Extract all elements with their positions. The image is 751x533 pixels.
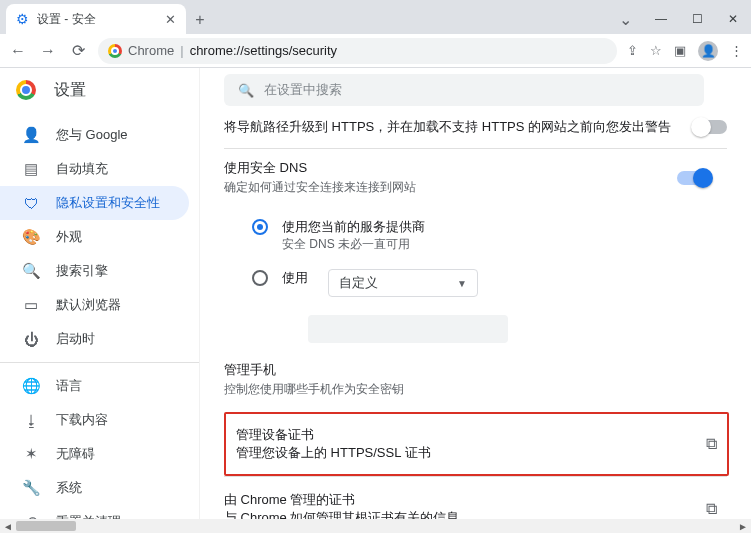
chevron-down-icon: ▼ bbox=[457, 278, 467, 289]
window-titlebar: ⚙ 设置 - 安全 ✕ + ⌄ — ☐ ✕ bbox=[0, 0, 751, 34]
search-icon: 🔍 bbox=[22, 262, 40, 280]
radio-custom-provider[interactable]: 使用 自定义 ▼ bbox=[252, 261, 727, 305]
browser-tab[interactable]: ⚙ 设置 - 安全 ✕ bbox=[6, 4, 186, 34]
back-button[interactable]: ← bbox=[8, 42, 28, 60]
dns-custom-input[interactable] bbox=[308, 315, 508, 343]
external-link-icon: ⧉ bbox=[706, 435, 717, 453]
star-icon[interactable]: ☆ bbox=[650, 43, 662, 58]
sidebar-item-search-engine[interactable]: 🔍搜索引擎 bbox=[0, 254, 199, 288]
scroll-right-icon[interactable]: ► bbox=[735, 519, 751, 533]
download-icon: ⭳ bbox=[22, 412, 40, 429]
https-first-description: 将导航路径升级到 HTTPS，并在加载不支持 HTTPS 的网站之前向您发出警告 bbox=[224, 118, 671, 136]
sidebar-item-accessibility[interactable]: ✶无障碍 bbox=[0, 437, 199, 471]
person-icon: 👤 bbox=[22, 126, 40, 144]
globe-icon: 🌐 bbox=[22, 377, 40, 395]
secure-dns-sub: 确定如何通过安全连接来连接到网站 bbox=[224, 179, 416, 196]
sidebar-item-on-startup[interactable]: ⏻启动时 bbox=[0, 322, 199, 356]
settings-main: 将导航路径升级到 HTTPS，并在加载不支持 HTTPS 的网站之前向您发出警告… bbox=[200, 68, 751, 533]
chrome-logo-icon bbox=[16, 80, 36, 100]
autofill-icon: ▤ bbox=[22, 160, 40, 178]
extensions-icon[interactable]: ▣ bbox=[674, 43, 686, 58]
shield-icon: 🛡 bbox=[22, 195, 40, 212]
tab-title: 设置 - 安全 bbox=[37, 11, 157, 28]
palette-icon: 🎨 bbox=[22, 228, 40, 246]
manage-phones-row: 管理手机 控制您使用哪些手机作为安全密钥 bbox=[224, 351, 727, 412]
maximize-button[interactable]: ☐ bbox=[679, 4, 715, 34]
https-first-row: 将导航路径升级到 HTTPS，并在加载不支持 HTTPS 的网站之前向您发出警告 bbox=[224, 118, 727, 148]
radio-current-provider[interactable]: 使用您当前的服务提供商 安全 DNS 未必一直可用 bbox=[252, 210, 727, 261]
avatar[interactable]: 👤 bbox=[698, 41, 718, 61]
scroll-left-icon[interactable]: ◄ bbox=[0, 519, 16, 533]
sidebar-item-you-and-google[interactable]: 👤您与 Google bbox=[0, 118, 199, 152]
reload-button[interactable]: ⟳ bbox=[68, 41, 88, 60]
secure-dns-toggle[interactable] bbox=[677, 171, 711, 185]
sidebar-item-default-browser[interactable]: ▭默认浏览器 bbox=[0, 288, 199, 322]
browser-toolbar: ← → ⟳ Chrome | chrome://settings/securit… bbox=[0, 34, 751, 68]
dns-provider-select[interactable]: 自定义 ▼ bbox=[328, 269, 478, 297]
https-first-toggle[interactable] bbox=[693, 120, 727, 134]
wrench-icon: 🔧 bbox=[22, 479, 40, 497]
new-tab-button[interactable]: + bbox=[186, 6, 214, 34]
address-bar[interactable]: Chrome | chrome://settings/security bbox=[98, 38, 617, 64]
sidebar-item-autofill[interactable]: ▤自动填充 bbox=[0, 152, 199, 186]
horizontal-scrollbar[interactable]: ◄ ► bbox=[0, 519, 751, 533]
minimize-button[interactable]: — bbox=[643, 4, 679, 34]
close-window-button[interactable]: ✕ bbox=[715, 4, 751, 34]
secure-dns-row: 使用安全 DNS 确定如何通过安全连接来连接到网站 bbox=[224, 148, 727, 210]
page-title: 设置 bbox=[54, 80, 86, 101]
browser-icon: ▭ bbox=[22, 296, 40, 314]
sidebar-item-system[interactable]: 🔧系统 bbox=[0, 471, 199, 505]
radio-icon bbox=[252, 270, 268, 286]
forward-button[interactable]: → bbox=[38, 42, 58, 60]
scrollbar-thumb[interactable] bbox=[16, 521, 76, 531]
divider bbox=[0, 362, 199, 363]
settings-sidebar: 👤您与 Google ▤自动填充 🛡隐私设置和安全性 🎨外观 🔍搜索引擎 ▭默认… bbox=[0, 68, 200, 533]
radio-icon bbox=[252, 219, 268, 235]
power-icon: ⏻ bbox=[22, 331, 40, 348]
sidebar-item-appearance[interactable]: 🎨外观 bbox=[0, 220, 199, 254]
url-path: chrome://settings/security bbox=[190, 43, 337, 58]
secure-dns-title: 使用安全 DNS bbox=[224, 159, 416, 177]
chevron-down-icon[interactable]: ⌄ bbox=[607, 4, 643, 34]
secure-dns-options: 使用您当前的服务提供商 安全 DNS 未必一直可用 使用 自定义 ▼ bbox=[224, 210, 727, 343]
chrome-icon bbox=[108, 44, 122, 58]
accessibility-icon: ✶ bbox=[22, 445, 40, 463]
manage-device-certificates[interactable]: 管理设备证书 管理您设备上的 HTTPS/SSL 证书 ⧉ bbox=[224, 412, 729, 476]
sidebar-item-languages[interactable]: 🌐语言 bbox=[0, 369, 199, 403]
kebab-menu-icon[interactable]: ⋮ bbox=[730, 43, 743, 58]
window-controls: ⌄ — ☐ ✕ bbox=[607, 4, 751, 34]
close-icon[interactable]: ✕ bbox=[165, 12, 176, 27]
sidebar-item-privacy-security[interactable]: 🛡隐私设置和安全性 bbox=[0, 186, 189, 220]
external-link-icon: ⧉ bbox=[706, 500, 717, 518]
url-product: Chrome bbox=[128, 43, 174, 58]
sidebar-item-downloads[interactable]: ⭳下载内容 bbox=[0, 403, 199, 437]
share-icon[interactable]: ⇪ bbox=[627, 43, 638, 58]
gear-icon: ⚙ bbox=[16, 11, 29, 27]
